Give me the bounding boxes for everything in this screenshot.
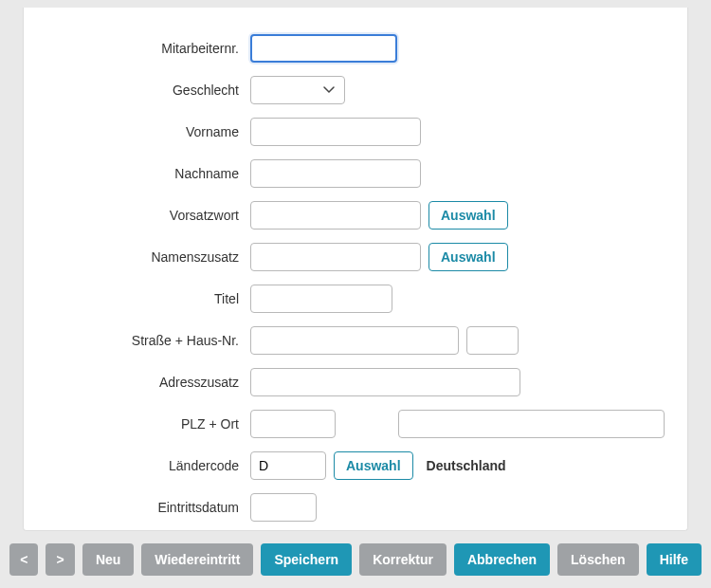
strasse-label: Straße + Haus-Nr.	[46, 333, 250, 348]
laendercode-input[interactable]	[250, 451, 326, 480]
korrektur-button[interactable]: Korrektur	[359, 543, 447, 576]
ort-input[interactable]	[398, 410, 665, 438]
plz-ort-label: PLZ + Ort	[46, 416, 250, 432]
geschlecht-select[interactable]	[250, 76, 345, 104]
vorname-input[interactable]	[250, 118, 421, 146]
hilfe-button[interactable]: Hilfe	[647, 543, 702, 576]
plz-input[interactable]	[250, 410, 336, 438]
prev-button[interactable]: <	[9, 543, 38, 576]
adresszusatz-label: Adresszusatz	[46, 375, 250, 390]
titel-label: Titel	[46, 291, 250, 306]
nachname-label: Nachname	[46, 166, 250, 181]
employee-form-panel: Mitarbeiternr. Geschlecht Vorname	[23, 8, 688, 531]
loeschen-button[interactable]: Löschen	[557, 543, 639, 576]
nachname-input[interactable]	[250, 159, 421, 188]
bottom-toolbar: < > Neu Wiedereintritt Speichern Korrekt…	[8, 539, 703, 580]
speichern-button[interactable]: Speichern	[261, 543, 352, 576]
laendercode-auswahl-button[interactable]: Auswahl	[334, 451, 413, 480]
next-button[interactable]: >	[46, 543, 74, 576]
abbrechen-button[interactable]: Abbrechen	[454, 543, 550, 576]
laendercode-country-text: Deutschland	[427, 458, 506, 473]
namenszusatz-label: Namenszusatz	[46, 249, 250, 265]
hausnr-input[interactable]	[466, 326, 519, 355]
neu-button[interactable]: Neu	[82, 543, 134, 576]
mitarbeiternr-label: Mitarbeiternr.	[46, 41, 250, 56]
titel-input[interactable]	[250, 285, 392, 313]
adresszusatz-input[interactable]	[250, 368, 520, 396]
vorsatzwort-auswahl-button[interactable]: Auswahl	[428, 201, 508, 230]
vorsatzwort-label: Vorsatzwort	[46, 208, 250, 223]
chevron-down-icon	[323, 86, 335, 94]
eintrittsdatum-label: Eintrittsdatum	[46, 500, 250, 515]
namenszusatz-input[interactable]	[250, 243, 421, 271]
strasse-input[interactable]	[250, 326, 459, 355]
namenszusatz-auswahl-button[interactable]: Auswahl	[428, 243, 508, 271]
wiedereintritt-button[interactable]: Wiedereintritt	[141, 543, 253, 576]
eintrittsdatum-input[interactable]	[250, 493, 317, 522]
laendercode-label: Ländercode	[46, 458, 250, 473]
geschlecht-label: Geschlecht	[46, 83, 250, 98]
vorsatzwort-input[interactable]	[250, 201, 421, 230]
vorname-label: Vorname	[46, 124, 250, 139]
mitarbeiternr-input[interactable]	[250, 34, 397, 63]
